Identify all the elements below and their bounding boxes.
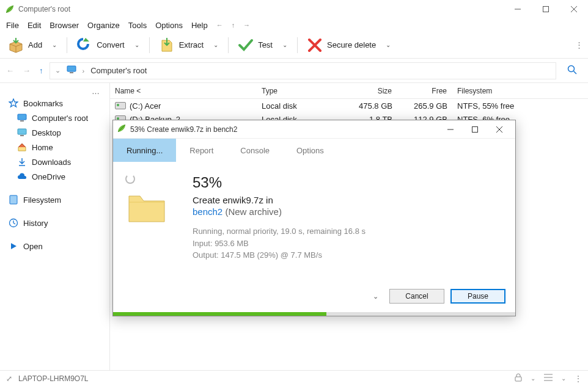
- dialog-maximize-button[interactable]: [463, 121, 487, 138]
- sidebar-item-home[interactable]: Home: [0, 140, 109, 155]
- row-name: (C:) Acer: [130, 101, 161, 111]
- tab-report[interactable]: Report: [176, 139, 227, 162]
- nav-forward-icon[interactable]: →: [243, 21, 250, 29]
- dialog-close-button[interactable]: [487, 121, 512, 138]
- sidebar-bookmarks-label: Bookmarks: [23, 99, 63, 108]
- column-headers: Name < Type Size Free Filesystem: [110, 83, 588, 99]
- dialog-minimize-button[interactable]: [438, 121, 463, 138]
- sidebar-item-downloads[interactable]: Downloads: [0, 155, 109, 169]
- add-button[interactable]: Add: [5, 34, 45, 56]
- cancel-button[interactable]: Cancel: [389, 289, 444, 304]
- svg-rect-19: [515, 377, 521, 381]
- menu-help[interactable]: Help: [191, 21, 208, 30]
- col-name[interactable]: Name <: [110, 87, 257, 95]
- col-type[interactable]: Type: [257, 87, 348, 95]
- sidebar-overflow-icon[interactable]: …: [0, 87, 109, 96]
- menubar: File Edit Browser Organize Tools Options…: [0, 18, 588, 32]
- menu-options[interactable]: Options: [155, 21, 183, 30]
- toolbar-separator: [149, 37, 150, 53]
- drive-icon: [9, 195, 18, 205]
- nav-back-icon[interactable]: ←: [216, 21, 223, 29]
- tab-options[interactable]: Options: [283, 139, 337, 162]
- table-row[interactable]: (C:) Acer Local disk 475.8 GB 265.9 GB N…: [110, 99, 588, 112]
- box-add-icon: [7, 37, 24, 54]
- sidebar-item-desktop[interactable]: Desktop: [0, 125, 109, 140]
- nav-up-icon[interactable]: ↑: [232, 21, 235, 29]
- tab-running[interactable]: Running...: [113, 139, 176, 162]
- secure-delete-button[interactable]: Secure delete: [304, 34, 378, 56]
- menu-edit[interactable]: Edit: [28, 21, 41, 30]
- add-caret-icon[interactable]: ⌄: [48, 42, 61, 48]
- dialog-titlebar: 53% Create enwik9.7z in bench2: [113, 120, 515, 139]
- desktop-icon: [17, 128, 27, 137]
- chevron-right-icon[interactable]: ›: [83, 67, 85, 75]
- convert-caret-icon[interactable]: ⌄: [131, 42, 143, 48]
- folder-icon: [125, 190, 168, 227]
- test-caret-icon[interactable]: ⌄: [279, 42, 291, 48]
- menu-tools[interactable]: Tools: [128, 21, 147, 30]
- sidebar-item-label: Home: [32, 143, 53, 152]
- sidebar-item-label: Computer's root: [32, 114, 88, 123]
- convert-icon: [76, 37, 93, 54]
- sidebar-item-label: Downloads: [32, 158, 71, 167]
- col-filesystem[interactable]: Filesystem: [452, 87, 588, 95]
- address-dropdown-icon[interactable]: ⌄: [55, 67, 61, 75]
- test-button[interactable]: Test: [235, 34, 275, 56]
- search-icon[interactable]: [562, 65, 582, 77]
- expand-icon[interactable]: ⤢: [6, 374, 12, 383]
- secure-delete-label: Secure delete: [327, 40, 376, 49]
- x-delete-icon: [306, 37, 323, 54]
- dialog-options-caret-icon[interactable]: ⌄: [368, 293, 383, 300]
- sidebar-history[interactable]: History: [0, 216, 109, 230]
- checkmark-icon: [237, 37, 254, 54]
- menu-file[interactable]: File: [6, 21, 19, 30]
- test-label: Test: [258, 40, 273, 49]
- monitor-icon: [17, 113, 27, 123]
- sidebar-open[interactable]: Open: [0, 239, 109, 253]
- add-label: Add: [28, 40, 42, 49]
- col-free[interactable]: Free: [397, 87, 452, 95]
- progress-meta3: Output: 147.5 MB (29%) @ 7.7 MB/s: [193, 249, 498, 261]
- convert-button[interactable]: Convert: [73, 34, 127, 56]
- navbar: ← → ↑ ⌄ › Computer's root: [0, 59, 588, 83]
- window-titlebar: Computer's root: [0, 0, 588, 18]
- sidebar-bookmarks[interactable]: Bookmarks: [0, 96, 109, 111]
- up-icon[interactable]: ↑: [39, 66, 43, 75]
- row-free: 265.9 GB: [397, 101, 452, 111]
- dialog-title: 53% Create enwik9.7z in bench2: [130, 125, 438, 134]
- minimize-button[interactable]: [504, 0, 532, 18]
- progress-action: Create enwik9.7z in: [193, 195, 498, 205]
- toolbar-overflow-icon[interactable]: ⋮: [575, 40, 583, 49]
- list-view-icon[interactable]: [544, 374, 553, 383]
- svg-rect-16: [472, 126, 478, 132]
- progress-dialog: 53% Create enwik9.7z in bench2 Running..…: [112, 120, 516, 316]
- secure-delete-caret-icon[interactable]: ⌄: [382, 42, 394, 48]
- status-overflow-icon[interactable]: ⋮: [575, 374, 582, 383]
- tab-console[interactable]: Console: [227, 139, 283, 162]
- extract-button[interactable]: Extract: [156, 34, 206, 56]
- extract-caret-icon[interactable]: ⌄: [210, 42, 222, 48]
- col-size[interactable]: Size: [348, 87, 397, 95]
- window-controls: [504, 0, 588, 18]
- back-icon[interactable]: ←: [6, 66, 14, 75]
- spinner-icon: [125, 174, 135, 184]
- maximize-button[interactable]: [532, 0, 560, 18]
- app-icon: [117, 123, 127, 135]
- dest-link[interactable]: bench2: [193, 206, 222, 217]
- lock-icon[interactable]: [515, 373, 522, 384]
- menu-browser[interactable]: Browser: [50, 21, 79, 30]
- breadcrumb-path[interactable]: Computer's root: [90, 66, 147, 75]
- close-button[interactable]: [560, 0, 588, 18]
- address-bar[interactable]: ⌄ › Computer's root: [50, 62, 557, 79]
- menu-organize[interactable]: Organize: [87, 21, 120, 30]
- sidebar-item-onedrive[interactable]: OneDrive: [0, 169, 109, 184]
- svg-rect-13: [10, 195, 17, 204]
- status-computer: LAPTOP-LHRM9O7L: [18, 374, 89, 383]
- sidebar-item-computer[interactable]: Computer's root: [0, 111, 109, 125]
- pause-button[interactable]: Pause: [450, 289, 505, 304]
- caret-down-icon[interactable]: ⌄: [561, 375, 566, 382]
- caret-down-icon[interactable]: ⌄: [531, 375, 535, 382]
- toolbar-separator: [228, 37, 229, 53]
- sidebar-filesystem[interactable]: Filesystem: [0, 192, 109, 207]
- forward-icon[interactable]: →: [23, 66, 31, 75]
